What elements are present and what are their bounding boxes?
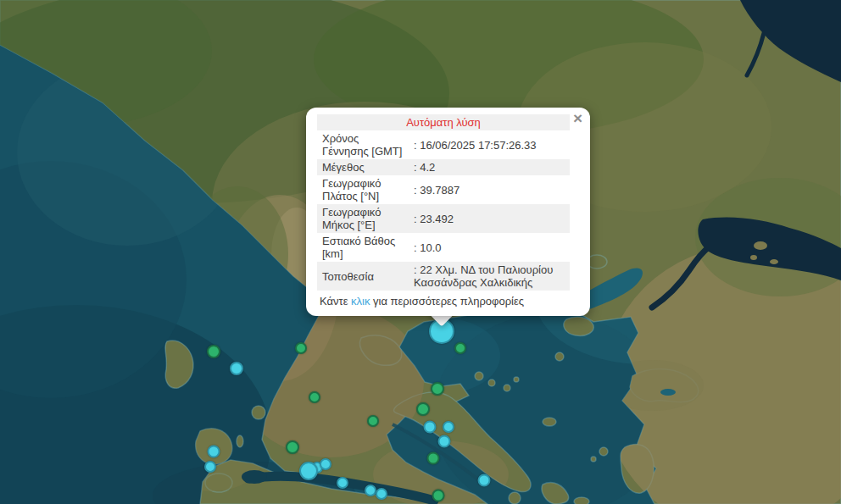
row-label: Μέγεθος <box>317 159 409 175</box>
earthquake-marker[interactable] <box>295 342 307 354</box>
earthquake-marker[interactable] <box>337 477 348 489</box>
popup-row: Χρόνος Γέννησης [GMT]: 16/06/2025 17:57:… <box>317 130 570 159</box>
earthquake-marker[interactable] <box>320 458 331 470</box>
earthquake-details-table: Αυτόματη λύση Χρόνος Γέννησης [GMT]: 16/… <box>317 114 570 291</box>
earthquake-marker[interactable] <box>376 488 387 500</box>
row-label: Τοποθεσία <box>317 262 409 291</box>
earthquake-popup: × Αυτόματη λύση Χρόνος Γέννησης [GMT]: 1… <box>306 108 590 316</box>
row-value: : 23.492 <box>409 204 570 233</box>
popup-row: Εστιακό Βάθος [km]: 10.0 <box>317 233 570 262</box>
more-info-link[interactable]: κλικ <box>351 295 370 307</box>
earthquake-marker[interactable] <box>416 402 430 416</box>
earthquake-marker[interactable] <box>424 421 437 434</box>
popup-row: Γεωγραφικό Μήκος [°E]: 23.492 <box>317 204 570 233</box>
earthquake-marker[interactable] <box>438 435 451 448</box>
popup-close-button[interactable]: × <box>571 108 585 128</box>
popup-content: Αυτόματη λύση Χρόνος Γέννησης [GMT]: 16/… <box>317 114 570 307</box>
footer-text-suffix: για περισσότερες πληροφορίες <box>370 295 524 307</box>
row-label: Εστιακό Βάθος [km] <box>317 233 409 262</box>
row-value: : 4.2 <box>409 159 570 175</box>
earthquake-marker[interactable] <box>443 421 454 433</box>
earthquake-marker[interactable] <box>309 391 320 403</box>
popup-title: Αυτόματη λύση <box>317 114 570 130</box>
earthquake-marker[interactable] <box>204 461 216 473</box>
popup-row: Γεωγραφικό Πλάτος [°N]: 39.7887 <box>317 175 570 204</box>
row-label: Γεωγραφικό Μήκος [°E] <box>317 204 409 233</box>
earthquake-marker[interactable] <box>365 485 376 496</box>
row-value: : 16/06/2025 17:57:26.33 <box>409 130 570 159</box>
earthquake-marker[interactable] <box>367 415 379 427</box>
earthquake-marker[interactable] <box>427 452 440 465</box>
earthquake-marker[interactable] <box>230 362 243 375</box>
earthquake-marker[interactable] <box>207 345 220 358</box>
row-value: : 10.0 <box>409 233 570 262</box>
earthquake-marker[interactable] <box>299 462 318 480</box>
row-label: Χρόνος Γέννησης [GMT] <box>317 130 409 159</box>
popup-footer: Κάντε κλικ για περισσότερες πληροφορίες <box>317 295 570 307</box>
row-value: : 22 Χλμ. ΝΔ του Παλιουρίου Κασσάνδρας Χ… <box>409 262 570 291</box>
footer-text-prefix: Κάντε <box>320 295 351 307</box>
row-label: Γεωγραφικό Πλάτος [°N] <box>317 175 409 204</box>
earthquake-marker[interactable] <box>478 474 491 487</box>
earthquake-marker[interactable] <box>286 440 299 454</box>
earthquake-marker[interactable] <box>208 446 220 458</box>
row-value: : 39.7887 <box>409 175 570 204</box>
earthquake-marker[interactable] <box>431 382 444 396</box>
popup-row: Τοποθεσία: 22 Χλμ. ΝΔ του Παλιουρίου Κασ… <box>317 262 570 291</box>
earthquake-marker[interactable] <box>432 490 445 502</box>
popup-row: Μέγεθος: 4.2 <box>317 159 570 175</box>
earthquake-marker[interactable] <box>454 342 466 354</box>
